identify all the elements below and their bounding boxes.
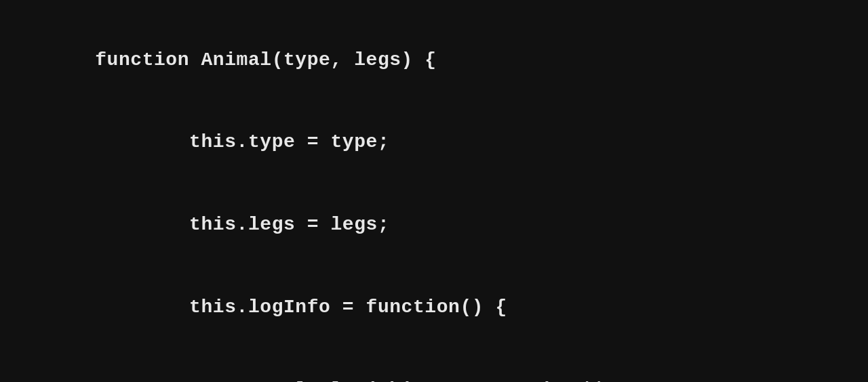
code-line-5: console.log(this === myCat); // => true xyxy=(24,349,844,382)
code-line-4: this.logInfo = function() { xyxy=(24,266,844,349)
code-line-3: this.legs = legs; xyxy=(24,184,844,267)
code-text: this.legs = legs; xyxy=(95,214,389,235)
code-text: this.type = type; xyxy=(95,131,389,152)
code-line-1: function Animal(type, legs) { xyxy=(24,19,844,102)
code-line-2: this.type = type; xyxy=(24,102,844,184)
code-block: function Animal(type, legs) { this.type … xyxy=(24,19,844,382)
code-text: console.log(this === myCat); // => true xyxy=(95,379,696,382)
code-text: function Animal(type, legs) { xyxy=(95,49,437,70)
code-text: this.logInfo = function() { xyxy=(95,297,507,318)
code-container: function Animal(type, legs) { this.type … xyxy=(0,0,868,382)
